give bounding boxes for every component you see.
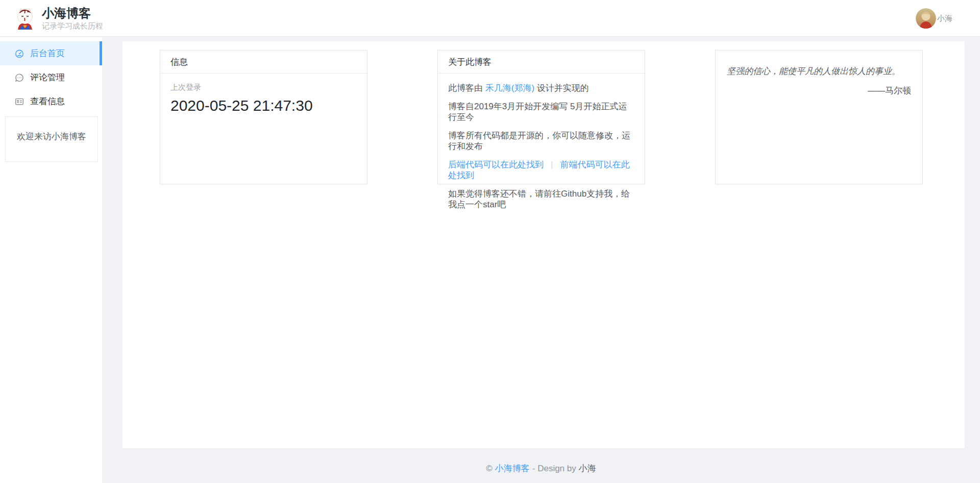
quote-text: 坚强的信心，能使平凡的人做出惊人的事业。 bbox=[727, 66, 911, 77]
last-login-label: 上次登录 bbox=[170, 83, 357, 92]
about-line-author-prefix: 此博客由 bbox=[448, 83, 485, 93]
about-line-opensource: 博客所有代码都是开源的，你可以随意修改，运行和发布 bbox=[448, 130, 634, 152]
info-card: 信息 上次登录 2020-05-25 21:47:30 bbox=[160, 50, 368, 184]
dashboard-cards: 信息 上次登录 2020-05-25 21:47:30 关于此博客 此博客由 禾… bbox=[122, 41, 965, 184]
author-profile-link[interactable]: 禾几海(郑海) bbox=[485, 83, 534, 93]
sidebar-item-label: 评论管理 bbox=[30, 71, 65, 83]
about-card: 关于此博客 此博客由 禾几海(郑海) 设计并实现的 博客自2019年3月开始开发… bbox=[437, 50, 645, 184]
brand-text: 小海博客 记录学习成长历程 bbox=[42, 7, 103, 31]
site-subtitle: 记录学习成长历程 bbox=[42, 21, 103, 31]
last-login-value: 2020-05-25 21:47:30 bbox=[170, 97, 357, 114]
about-line-code-links: 后端代码可以在此处找到|前端代码可以在此处找到 bbox=[448, 159, 634, 181]
sidebar-menu: 后台首页 评论管理 bbox=[0, 37, 102, 113]
backend-code-link[interactable]: 后端代码可以在此处找到 bbox=[448, 160, 544, 170]
welcome-box: 欢迎来访小海博客 bbox=[5, 116, 98, 162]
odometer-icon bbox=[14, 49, 24, 59]
page-footer: ©小海博客- Design by小海 bbox=[102, 463, 980, 474]
about-line-author-suffix: 设计并实现的 bbox=[534, 83, 589, 93]
main-panel: 信息 上次登录 2020-05-25 21:47:30 关于此博客 此博客由 禾… bbox=[122, 41, 965, 448]
quote-card-body: 坚强的信心，能使平凡的人做出惊人的事业。 ——马尔顿 bbox=[716, 51, 922, 112]
chat-dots-icon bbox=[14, 73, 24, 83]
footer-author: 小海 bbox=[579, 464, 596, 473]
about-card-body: 此博客由 禾几海(郑海) 设计并实现的 博客自2019年3月开始开发编写 5月开… bbox=[438, 74, 645, 219]
about-card-title: 关于此博客 bbox=[438, 51, 645, 74]
quote-author: ——马尔顿 bbox=[727, 85, 911, 96]
user-menu[interactable]: 小海 bbox=[916, 8, 952, 29]
about-line-github-star: 如果觉得博客还不错，请前往Github支持我，给我点一个star吧 bbox=[448, 188, 634, 210]
active-indicator-bar bbox=[100, 41, 102, 65]
copyright-symbol: © bbox=[486, 464, 493, 473]
id-card-icon bbox=[14, 96, 24, 107]
blog-mascot-logo-icon bbox=[13, 7, 37, 31]
about-line-history: 博客自2019年3月开始开发编写 5月开始正式运行至今 bbox=[448, 101, 634, 123]
about-line-author: 此博客由 禾几海(郑海) 设计并实现的 bbox=[448, 83, 634, 93]
app-header: 小海博客 记录学习成长历程 小海 bbox=[0, 0, 980, 37]
sidebar-item-label: 后台首页 bbox=[30, 47, 65, 59]
sidebar-item-label: 查看信息 bbox=[30, 95, 65, 107]
brand-logo-block[interactable]: 小海博客 记录学习成长历程 bbox=[13, 7, 103, 31]
username-label: 小海 bbox=[937, 14, 952, 23]
sidebar-item-dashboard[interactable]: 后台首页 bbox=[0, 41, 102, 65]
user-avatar bbox=[916, 8, 936, 29]
sidebar-item-comments[interactable]: 评论管理 bbox=[0, 65, 102, 89]
info-card-title: 信息 bbox=[160, 51, 367, 74]
link-separator: | bbox=[551, 160, 553, 170]
site-title: 小海博客 bbox=[42, 7, 103, 20]
quote-card: 坚强的信心，能使平凡的人做出惊人的事业。 ——马尔顿 bbox=[715, 50, 923, 184]
info-card-body: 上次登录 2020-05-25 21:47:30 bbox=[160, 74, 367, 124]
sidebar: 后台首页 评论管理 bbox=[0, 37, 102, 483]
welcome-text: 欢迎来访小海博客 bbox=[17, 132, 86, 141]
footer-brand-link[interactable]: 小海博客 bbox=[495, 464, 530, 473]
sidebar-item-view-info[interactable]: 查看信息 bbox=[0, 89, 102, 113]
footer-design-by: - Design by bbox=[532, 464, 576, 473]
